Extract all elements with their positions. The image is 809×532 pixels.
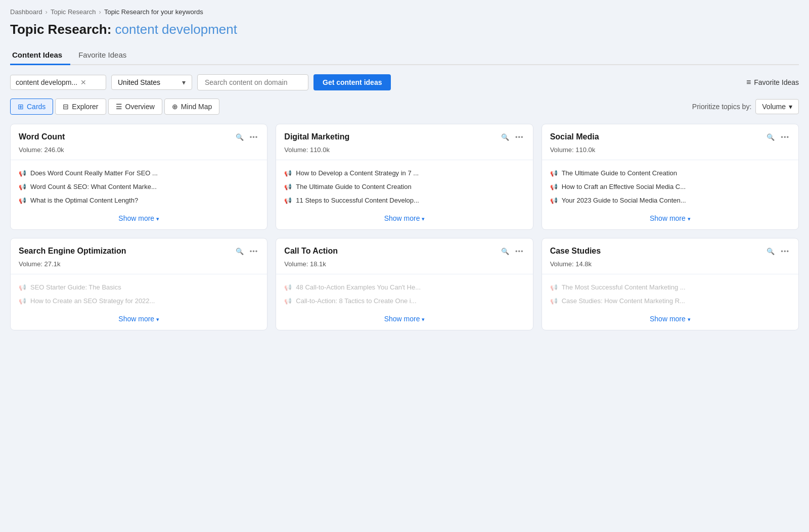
card-more-icon[interactable]: ••• [514,132,525,142]
card-more-icon[interactable]: ••• [514,247,525,256]
card-title: Case Studies [550,247,601,256]
card-volume: Volume: 27.1k [11,260,267,274]
card-more-icon[interactable]: ••• [249,132,259,142]
card-item-text: What is the Optimal Content Length? [30,197,138,204]
megaphone-icon: 📢 [19,298,26,305]
breadcrumb-dashboard[interactable]: Dashboard [10,8,42,16]
card-item[interactable]: 📢Does Word Count Really Matter For SEO .… [19,166,259,180]
card-item[interactable]: 📢Your 2023 Guide to Social Media Conten.… [550,194,790,207]
megaphone-icon: 📢 [550,170,558,177]
show-more-button[interactable]: Show more ▾ [276,308,532,330]
card-item[interactable]: 📢How to Craft an Effective Social Media … [550,180,790,194]
card-digital-marketing: Digital Marketing🔍•••Volume: 110.0k📢How … [276,124,533,230]
prioritize-section: Prioritize topics by: Volume ▾ [692,99,799,114]
favorite-ideas-link[interactable]: ≡ Favorite Ideas [746,78,799,87]
show-more-button[interactable]: Show more ▾ [11,207,267,229]
card-item[interactable]: 📢48 Call-to-Action Examples You Can't He… [284,280,524,294]
card-volume: Volume: 14.8k [542,260,798,274]
megaphone-icon: 📢 [284,284,292,291]
card-items: 📢SEO Starter Guide: The Basics📢How to Cr… [11,280,267,308]
megaphone-icon: 📢 [550,298,558,305]
show-more-button[interactable]: Show more ▾ [542,207,798,229]
tab-content-ideas[interactable]: Content Ideas [10,46,70,64]
card-item[interactable]: 📢Case Studies: How Content Marketing R..… [550,294,790,308]
card-seo: Search Engine Optimization🔍•••Volume: 27… [10,238,267,330]
page-title-keyword: content development [115,22,237,37]
view-options: ⊞ Cards ⊟ Explorer ☰ Overview ⊕ Mind Map [10,99,219,115]
card-actions: 🔍••• [235,247,259,256]
show-more-button[interactable]: Show more ▾ [542,308,798,330]
card-more-icon[interactable]: ••• [780,132,790,142]
card-more-icon[interactable]: ••• [780,247,790,256]
card-items: 📢48 Call-to-Action Examples You Can't He… [276,280,532,308]
card-search-icon[interactable]: 🔍 [500,247,510,256]
card-call-to-action: Call To Action🔍•••Volume: 18.1k📢48 Call-… [276,238,533,330]
card-divider [276,274,532,274]
card-items: 📢The Most Successful Content Marketing .… [542,280,798,308]
card-more-icon[interactable]: ••• [249,247,259,256]
keyword-value: content developm... [16,78,77,86]
get-ideas-button[interactable]: Get content ideas [313,74,391,90]
card-item[interactable]: 📢How to Create an SEO Strategy for 2022.… [19,294,259,308]
card-item[interactable]: 📢The Ultimate Guide to Content Creation [284,180,524,194]
megaphone-icon: 📢 [550,197,558,204]
card-search-icon[interactable]: 🔍 [766,247,776,256]
keyword-input[interactable]: content developm... ✕ [10,75,106,90]
card-item[interactable]: 📢Call-to-Action: 8 Tactics to Create One… [284,294,524,308]
favorite-ideas-label: Favorite Ideas [754,78,799,86]
breadcrumb-current: Topic Research for your keywords [104,8,203,16]
lines-icon: ≡ [746,78,751,87]
mindmap-icon: ⊕ [172,103,178,111]
card-social-media: Social Media🔍•••Volume: 110.0k📢The Ultim… [542,124,799,230]
page-title: Topic Research: content development [10,22,799,37]
explorer-icon: ⊟ [63,103,69,111]
overview-label: Overview [125,103,155,111]
megaphone-icon: 📢 [550,284,558,291]
chevron-down-icon: ▾ [182,78,186,86]
card-search-icon[interactable]: 🔍 [500,132,510,142]
card-title: Word Count [19,132,65,141]
card-actions: 🔍••• [766,247,790,256]
tab-favorite-ideas[interactable]: Favorite Ideas [76,46,134,64]
card-search-icon[interactable]: 🔍 [235,132,245,142]
card-items: 📢The Ultimate Guide to Content Creation📢… [542,166,798,207]
card-volume: Volume: 18.1k [276,260,532,274]
card-search-icon[interactable]: 🔍 [235,247,245,256]
card-item[interactable]: 📢How to Develop a Content Strategy in 7 … [284,166,524,180]
country-selector[interactable]: United States ▾ [111,75,192,90]
show-more-button[interactable]: Show more ▾ [276,207,532,229]
card-item-text: Word Count & SEO: What Content Marke... [30,183,157,190]
card-actions: 🔍••• [500,132,525,142]
megaphone-icon: 📢 [284,183,292,190]
view-explorer-button[interactable]: ⊟ Explorer [55,99,106,115]
card-item-text: Call-to-Action: 8 Tactics to Create One … [296,297,416,305]
card-item-text: Case Studies: How Content Marketing R... [562,297,685,305]
card-item[interactable]: 📢The Ultimate Guide to Content Creation [550,166,790,180]
domain-search-input[interactable] [197,74,308,90]
card-item[interactable]: 📢The Most Successful Content Marketing .… [550,280,790,294]
card-item-text: The Ultimate Guide to Content Creation [296,183,411,190]
tabs-bar: Content Ideas Favorite Ideas [10,46,799,65]
show-more-button[interactable]: Show more ▾ [11,308,267,330]
megaphone-icon: 📢 [19,197,26,204]
prioritize-select[interactable]: Volume ▾ [755,99,799,114]
breadcrumb-topic-research[interactable]: Topic Research [51,8,96,16]
card-item[interactable]: 📢What is the Optimal Content Length? [19,194,259,207]
view-mindmap-button[interactable]: ⊕ Mind Map [164,99,219,115]
prioritize-label: Prioritize topics by: [692,103,751,111]
card-actions: 🔍••• [766,132,790,142]
view-overview-button[interactable]: ☰ Overview [108,99,162,115]
megaphone-icon: 📢 [284,298,292,305]
card-item[interactable]: 📢Word Count & SEO: What Content Marke... [19,180,259,194]
card-case-studies: Case Studies🔍•••Volume: 14.8k📢The Most S… [542,238,799,330]
card-item[interactable]: 📢11 Steps to Successful Content Develop.… [284,194,524,207]
card-header: Digital Marketing🔍••• [276,124,532,146]
card-item-text: How to Craft an Effective Social Media C… [562,183,686,190]
card-item[interactable]: 📢SEO Starter Guide: The Basics [19,280,259,294]
card-title: Call To Action [284,247,338,256]
clear-keyword-icon[interactable]: ✕ [80,78,86,86]
prioritize-chevron-icon: ▾ [789,103,792,111]
card-header: Word Count🔍••• [11,124,267,146]
view-cards-button[interactable]: ⊞ Cards [10,99,53,115]
card-search-icon[interactable]: 🔍 [766,132,776,142]
